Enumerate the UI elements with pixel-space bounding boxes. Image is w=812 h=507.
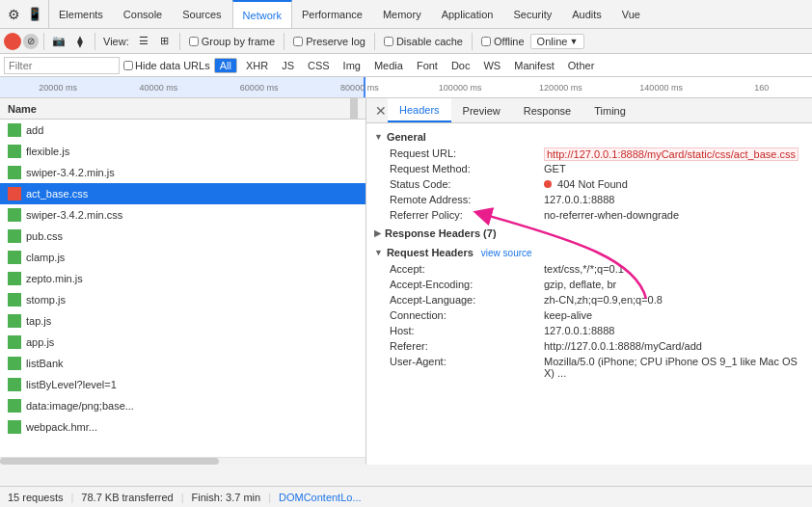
list-item[interactable]: app.js — [0, 332, 365, 353]
referer-row: Referer: http://127.0.0.1:8888/myCard/ad… — [366, 339, 812, 355]
list-item[interactable]: pub.css — [0, 226, 365, 247]
tick-1: 40000 ms — [108, 83, 208, 93]
list-item[interactable]: data:image/png;base... — [0, 395, 365, 416]
tab-network[interactable]: Network — [232, 0, 292, 28]
tab-response[interactable]: Response — [512, 98, 583, 122]
file-icon — [8, 314, 21, 328]
list-item[interactable]: add — [0, 120, 365, 141]
list-item[interactable]: listByLevel?level=1 — [0, 374, 365, 395]
tab-application[interactable]: Application — [432, 0, 504, 28]
tab-sources[interactable]: Sources — [173, 0, 231, 28]
tab-timing[interactable]: Timing — [582, 98, 637, 122]
scrollbar-thumb[interactable] — [0, 458, 219, 465]
clear-button[interactable]: ⊘ — [23, 34, 39, 49]
preserve-log-checkbox[interactable] — [293, 37, 303, 46]
hide-data-urls-checkbox[interactable] — [123, 61, 133, 70]
disable-cache-label[interactable]: Disable cache — [380, 36, 467, 47]
tab-console[interactable]: Console — [114, 0, 173, 28]
expand-icon: ▼ — [374, 132, 383, 142]
list-item[interactable]: swiper-3.4.2.min.js — [0, 162, 365, 183]
filter-other-button[interactable]: Other — [563, 59, 600, 72]
throttle-dropdown[interactable]: Online ▼ — [530, 34, 585, 49]
tab-elements[interactable]: Elements — [49, 0, 114, 28]
file-icon — [8, 378, 21, 391]
request-method-key: Request Method: — [390, 163, 544, 174]
general-section-header[interactable]: ▼ General — [366, 127, 812, 147]
group-by-frame-label[interactable]: Group by frame — [185, 36, 279, 47]
tab-vue[interactable]: Vue — [612, 0, 651, 28]
filter-xhr-button[interactable]: XHR — [241, 59, 273, 72]
tick-7: 160 — [712, 83, 812, 93]
hide-data-urls-label[interactable]: Hide data URLs — [123, 60, 210, 71]
resize-handle[interactable] — [350, 98, 358, 119]
group-by-frame-checkbox[interactable] — [189, 37, 199, 46]
filter-manifest-button[interactable]: Manifest — [509, 59, 559, 72]
request-headers-section-header[interactable]: ▼ Request Headers view source — [366, 243, 812, 262]
list-view-icon[interactable]: ☰ — [134, 32, 153, 51]
list-item[interactable]: clamp.js — [0, 247, 365, 268]
tab-memory[interactable]: Memory — [373, 0, 432, 28]
filter-doc-button[interactable]: Doc — [447, 59, 475, 72]
request-url-value[interactable]: http://127.0.0.1:8888/myCard/static/css/… — [544, 147, 798, 161]
camera-icon[interactable]: 📷 — [49, 32, 68, 51]
request-method-value: GET — [544, 163, 566, 174]
remote-address-key: Remote Address: — [390, 194, 544, 205]
record-button[interactable] — [4, 33, 21, 50]
status-code-row: Status Code: 404 Not Found — [366, 177, 812, 193]
accept-language-row: Accept-Language: zh-CN,zh;q=0.9,en;q=0.8 — [366, 293, 812, 308]
right-panel: ✕ Headers Preview Response Timing ▼ Gene… — [366, 98, 812, 465]
filter-input[interactable] — [4, 57, 120, 74]
main-area: Name add flexible.js swiper-3.4.2.min.js — [0, 98, 812, 465]
list-item[interactable]: webpack.hmr... — [0, 416, 365, 438]
list-item[interactable]: swiper-3.4.2.min.css — [0, 204, 365, 226]
device-icon[interactable]: 📱 — [25, 5, 44, 24]
accept-row: Accept: text/css,*/*;q=0.1 — [366, 262, 812, 278]
list-item-selected[interactable]: act_base.css — [0, 183, 365, 204]
filter-all-button[interactable]: All — [214, 58, 237, 73]
file-icon — [8, 272, 21, 285]
tab-performance[interactable]: Performance — [292, 0, 373, 28]
referrer-policy-key: Referrer Policy: — [390, 209, 544, 221]
status-bar: 15 requests | 78.7 KB transferred | Fini… — [0, 486, 812, 507]
disable-cache-text: Disable cache — [396, 36, 463, 47]
host-row: Host: 127.0.0.1:8888 — [366, 324, 812, 339]
large-view-icon[interactable]: ⊞ — [155, 32, 175, 51]
list-item[interactable]: tap.js — [0, 310, 365, 332]
filter-ws-button[interactable]: WS — [478, 59, 505, 72]
filter-media-button[interactable]: Media — [369, 59, 408, 72]
offline-text: Offline — [494, 36, 525, 47]
cursor-icon[interactable]: ⚙ — [4, 5, 23, 24]
offline-label[interactable]: Offline — [477, 36, 528, 47]
connection-value: keep-alive — [544, 309, 592, 321]
list-item[interactable]: listBank — [0, 353, 365, 374]
tab-headers[interactable]: Headers — [388, 98, 451, 122]
list-item[interactable]: stomp.js — [0, 289, 365, 310]
general-section-title: General — [387, 131, 426, 143]
dropdown-arrow-icon: ▼ — [569, 37, 578, 46]
close-panel-button[interactable]: ✕ — [366, 98, 388, 122]
disable-cache-checkbox[interactable] — [384, 37, 393, 46]
tab-security[interactable]: Security — [503, 0, 562, 28]
filter-font-button[interactable]: Font — [412, 59, 443, 72]
filter-icon[interactable]: ⧫ — [70, 32, 90, 51]
file-icon — [8, 229, 21, 243]
response-headers-section-header[interactable]: ▶ Response Headers (7) — [366, 224, 812, 243]
file-icon — [8, 145, 21, 158]
horizontal-scrollbar[interactable] — [0, 457, 365, 465]
tab-preview[interactable]: Preview — [451, 98, 512, 122]
accept-encoding-key: Accept-Encoding: — [390, 279, 544, 290]
referrer-policy-row: Referrer Policy: no-referrer-when-downgr… — [366, 208, 812, 224]
dom-content-link[interactable]: DOMContentLo... — [279, 492, 362, 503]
view-source-link[interactable]: view source — [481, 248, 532, 258]
filter-css-button[interactable]: CSS — [303, 59, 335, 72]
list-item[interactable]: zepto.min.js — [0, 268, 365, 289]
filter-js-button[interactable]: JS — [277, 59, 299, 72]
file-icon — [8, 293, 21, 307]
filter-img-button[interactable]: Img — [338, 59, 365, 72]
referer-key: Referer: — [390, 340, 544, 352]
offline-checkbox[interactable] — [481, 37, 491, 46]
tab-audits[interactable]: Audits — [562, 0, 612, 28]
view-label: View: — [100, 36, 132, 47]
list-item[interactable]: flexible.js — [0, 141, 365, 162]
preserve-log-label[interactable]: Preserve log — [289, 36, 369, 47]
